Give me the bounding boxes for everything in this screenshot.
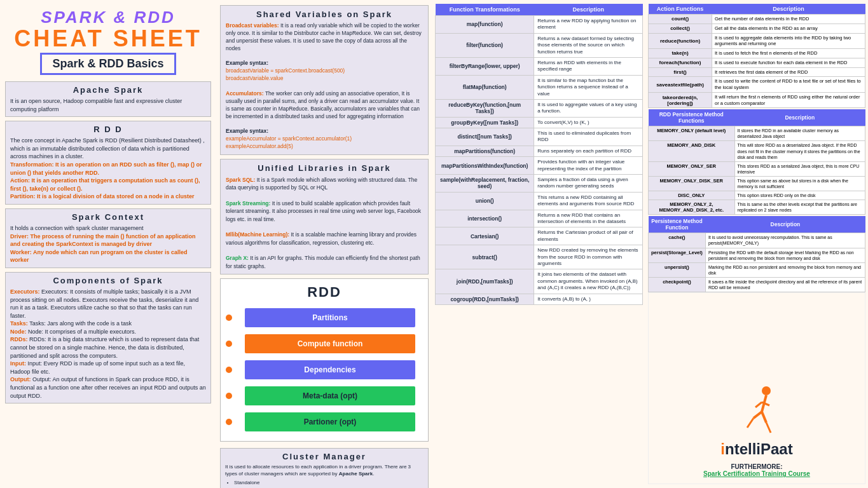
- components-card: Components of Spark Executors: Executors…: [5, 272, 211, 403]
- persist-name-cell: MEMORY_ONLY_2, MEMORY_AND_DISK_2, etc.: [649, 200, 735, 215]
- persist-desc-cell: This stores RDD as a serialized Java obj…: [734, 161, 865, 176]
- action-desc-cell: Get the number of data elements in the R…: [712, 15, 865, 24]
- rdd-dot5: [226, 419, 232, 425]
- persist-desc-cell: This will store RDD as a deserialized Ja…: [734, 141, 865, 161]
- func-name-cell: groupByKey([num Tasks]): [436, 117, 534, 128]
- cluster-manager-card: Cluster Manager It is used to allocate r…: [220, 448, 429, 488]
- pm-name-cell: persist(Storage_Level): [649, 248, 706, 262]
- pm-table-row: unpersist()Marking the RDD as non persis…: [649, 262, 865, 277]
- action-table: Action Functions Description count()Get …: [648, 4, 865, 108]
- apache-spark-body: It is an open source, Hadoop compatible …: [10, 97, 206, 113]
- func-table-row: cogroup(RDD,[numTasks])It converts (A,B)…: [436, 294, 643, 304]
- shared-vars-header: Shared Variables on Spark: [226, 10, 423, 19]
- action-name-cell: count(): [649, 15, 712, 24]
- func-table-row: groupByKey([num Tasks])To convert(K,V) t…: [436, 117, 643, 128]
- action-name-cell: first(): [649, 67, 712, 77]
- persist-name-cell: MEMORY_AND_DISK: [649, 141, 735, 161]
- func-table-row: filter(function)Returns a new dataset fo…: [436, 33, 643, 57]
- action-header2: Description: [712, 4, 865, 15]
- func-table-row: map(function)Returns a new RDD by applyi…: [436, 16, 643, 34]
- svg-line-3: [747, 418, 754, 428]
- func-desc-cell: Returns the Cartesian product of all pai…: [534, 227, 643, 245]
- func-name-cell: filterByRange(lower, upper): [436, 57, 534, 75]
- pm-header2: Description: [705, 216, 865, 233]
- persist-table-row: MEMORY_ONLY (default level)It stores the…: [649, 126, 865, 141]
- rdd-body: The core concept in Apache Spark is RDD …: [10, 137, 206, 201]
- func-desc-cell: Runs separately on each partition of RDD: [534, 146, 643, 156]
- svg-line-6: [755, 402, 762, 407]
- intellipaat-logo-figure: [731, 383, 782, 440]
- action-desc-cell: It is used to execute function for each …: [712, 58, 865, 67]
- action-table-row: reduce(function)It is used to aggregate …: [649, 33, 865, 49]
- svg-point-0: [762, 386, 771, 395]
- spark-context-driver: Driver: The process of running the main …: [10, 233, 196, 248]
- rdd-dot3: [226, 367, 232, 373]
- action-table-row: saveastextfile(path)It is used to write …: [649, 77, 865, 93]
- persist-table-row: MEMORY_AND_DISKThis will store RDD as a …: [649, 141, 865, 161]
- func-table-row: filterByRange(lower, upper)Returns an RD…: [436, 57, 643, 75]
- action-col: Action Functions Description count()Get …: [645, 0, 868, 488]
- shared-vars-body: Broadcast variables: It is a read only v…: [226, 22, 423, 151]
- func-table-row: sample(withReplacement, fraction, seed)S…: [436, 175, 643, 193]
- func-table-row: join(RDD,[numTasks])It joins two element…: [436, 269, 643, 294]
- func-desc-cell: Samples a fraction of data using a given…: [534, 175, 643, 193]
- func-name-cell: cogroup(RDD,[numTasks]): [436, 294, 534, 304]
- function-col: Function Transformations Description map…: [432, 0, 645, 488]
- action-name-cell: saveastextfile(path): [649, 77, 712, 93]
- function-table: Function Transformations Description map…: [435, 4, 643, 305]
- action-table-row: take(n)It is used to fetch the first n e…: [649, 49, 865, 58]
- action-desc-cell: It is used to fetch the first n elements…: [712, 49, 865, 58]
- cluster-type-standalone: Standalone: [234, 479, 424, 486]
- rdd-card: R D D The core concept in Apache Spark i…: [5, 121, 211, 205]
- rdd-dot2: [226, 341, 232, 347]
- persist-name-cell: MEMORY_ONLY_DISK_SER: [649, 176, 735, 191]
- intellipaat-logo-text: intelliPaat: [720, 440, 792, 458]
- action-header1: Action Functions: [649, 4, 712, 15]
- action-name-cell: takeordered(n, [ordering]): [649, 92, 712, 108]
- action-desc-cell: It retrieves the first data element of t…: [712, 67, 865, 77]
- pm-desc-cell: It is used to avoid unnecessary recomput…: [705, 233, 865, 248]
- func-name-cell: flatMap(function): [436, 75, 534, 99]
- spark-context-worker: Worker: Any node which can run program o…: [10, 249, 188, 264]
- func-name-cell: join(RDD,[numTasks]): [436, 269, 534, 294]
- action-name-cell: foreach(function): [649, 58, 712, 67]
- func-desc-cell: It is similar to the map function but th…: [534, 75, 643, 99]
- pm-table-row: checkpoint()It saves a file inside the c…: [649, 277, 865, 292]
- func-name-cell: intersection(): [436, 210, 534, 227]
- pm-table-row: persist(Storage_Level)Persisting the RDD…: [649, 248, 865, 262]
- spark-context-card: Spark Context It holds a connection with…: [5, 208, 211, 268]
- persist-table-row: MEMORY_ONLY_SERThis stores RDD as a seri…: [649, 161, 865, 176]
- persist-desc-cell: This option stores RDD only on the disk: [734, 191, 865, 200]
- func-desc-cell: It converts (A,B) to (A, ): [534, 294, 643, 304]
- persist-desc-cell: This is same as the other levels except …: [734, 200, 865, 215]
- func-desc-cell: Returns a new RDD by applying function o…: [534, 16, 643, 34]
- title-line1: SPARK & RDD: [5, 8, 211, 27]
- rdd-partition: Partition: It is a logical division of d…: [10, 193, 195, 200]
- components-header: Components of Spark: [10, 276, 206, 285]
- action-table-row: foreach(function)It is used to execute f…: [649, 58, 865, 67]
- persist-method-table: Persistence MethodFunction Description c…: [648, 216, 865, 292]
- func-desc-cell: This returns a new RDD containing all el…: [534, 192, 643, 210]
- intellipaat-area: intelliPaat FURTHERMORE: Spark Certifica…: [648, 292, 865, 484]
- components-body: Executors: Executors: It consists of mul…: [10, 288, 206, 400]
- func-desc-cell: It joins two elements of the dataset wit…: [534, 269, 643, 294]
- func-table-row: subtract()New RDD created by removing th…: [436, 245, 643, 269]
- func-table-header1: Function Transformations: [436, 4, 534, 16]
- func-table-header2: Description: [534, 4, 643, 16]
- cluster-body: It is used to allocate resources to each…: [225, 463, 424, 488]
- apache-spark-header: Apache Spark: [10, 85, 206, 95]
- intellipaat-furthermore: FURTHERMORE:: [731, 463, 782, 470]
- func-table-row: Cartesian()Returns the Cartesian product…: [436, 227, 643, 245]
- func-name-cell: mapPartitions(function): [436, 146, 534, 156]
- spark-context-body: It holds a connection with spark cluster…: [10, 224, 206, 264]
- action-desc-cell: It will return the first n elements of R…: [712, 92, 865, 108]
- persist-name-cell: DISC_ONLY: [649, 191, 735, 200]
- func-table-row: reduceByKey(function,[num Tasks])It is u…: [436, 99, 643, 117]
- action-table-row: collect()Get all the data elements in th…: [649, 24, 865, 33]
- func-desc-cell: Provides function with an integer value …: [534, 157, 643, 175]
- func-name-cell: subtract(): [436, 245, 534, 269]
- action-desc-cell: It is used to write the content of RDD t…: [712, 77, 865, 93]
- persist-desc-header: Description: [734, 109, 865, 126]
- func-desc-cell: It is used to aggregate values of a key …: [534, 99, 643, 117]
- rdd-dependencies-box: Dependencies: [245, 360, 415, 379]
